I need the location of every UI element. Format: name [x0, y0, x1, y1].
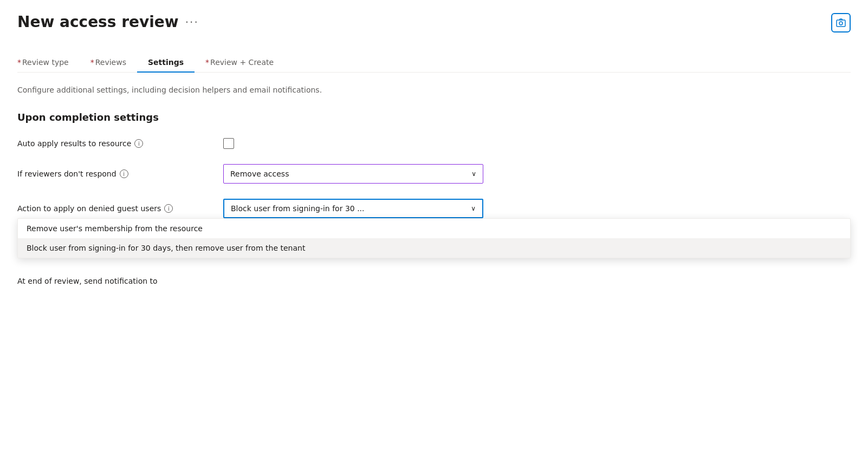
section-title: Upon completion settings [17, 112, 851, 123]
reviewers-respond-label: If reviewers don't respond i [17, 169, 223, 178]
denied-guest-row: Action to apply on denied guest users i … [17, 199, 851, 218]
tab-review-create[interactable]: *Review + Create [195, 53, 284, 72]
required-star: * [205, 58, 209, 67]
reviewers-respond-control: Remove access ∨ [223, 164, 483, 184]
auto-apply-checkbox[interactable] [223, 138, 234, 149]
denied-guest-dropdown-menu: Remove user's membership from the resour… [17, 218, 851, 258]
page-title: New access review [17, 13, 179, 31]
tab-reviews[interactable]: *Reviews [80, 53, 137, 72]
reviewers-respond-row: If reviewers don't respond i Remove acce… [17, 164, 851, 184]
svg-rect-0 [837, 20, 845, 27]
auto-apply-row: Auto apply results to resource i [17, 138, 851, 149]
more-options-icon[interactable]: ··· [185, 16, 199, 29]
denied-guest-control: Block user from signing-in for 30 ... ∨ … [223, 199, 483, 218]
denied-guest-info-icon[interactable]: i [164, 204, 173, 213]
chevron-down-icon: ∨ [471, 205, 476, 212]
reviewers-respond-info-icon[interactable]: i [120, 169, 128, 178]
required-star: * [90, 58, 94, 67]
tab-settings[interactable]: Settings [137, 53, 195, 72]
denied-guest-dropdown[interactable]: Block user from signing-in for 30 ... ∨ [223, 199, 483, 218]
dropdown-option-block-signing[interactable]: Block user from signing-in for 30 days, … [18, 238, 850, 258]
dropdown-option-remove-membership[interactable]: Remove user's membership from the resour… [18, 219, 850, 238]
chevron-down-icon: ∨ [471, 170, 476, 178]
page-header: New access review ··· [17, 13, 851, 31]
auto-apply-label: Auto apply results to resource i [17, 139, 223, 148]
send-notification-label: At end of review, send notification to [17, 277, 223, 285]
camera-icon[interactable] [831, 13, 851, 32]
auto-apply-control [223, 138, 483, 149]
tab-navigation: *Review type *Reviews Settings *Review +… [17, 53, 851, 73]
required-star: * [17, 58, 21, 67]
reviewers-respond-dropdown[interactable]: Remove access ∨ [223, 164, 483, 184]
settings-subtitle: Configure additional settings, including… [17, 86, 851, 94]
auto-apply-info-icon[interactable]: i [134, 139, 143, 148]
denied-guest-label: Action to apply on denied guest users i [17, 204, 223, 213]
tab-review-type[interactable]: *Review type [17, 53, 80, 72]
page-container: New access review ··· *Review type *Revi… [0, 0, 868, 470]
svg-point-1 [839, 22, 843, 25]
